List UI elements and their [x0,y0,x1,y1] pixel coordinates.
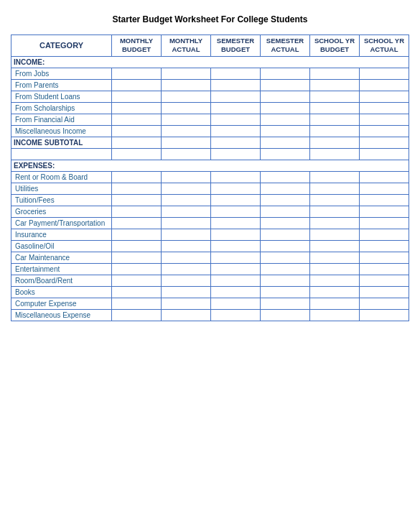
data-cell[interactable] [211,298,261,309]
data-cell[interactable] [310,206,360,217]
data-cell[interactable] [261,125,310,137]
data-cell[interactable] [211,217,261,229]
data-cell[interactable] [162,240,211,252]
data-cell[interactable] [162,309,211,321]
data-cell[interactable] [112,171,162,183]
data-cell[interactable] [360,309,409,321]
data-cell[interactable] [310,102,360,114]
data-cell[interactable] [360,286,409,298]
data-cell[interactable] [112,68,162,79]
data-cell[interactable] [261,91,310,102]
data-cell[interactable] [310,229,360,240]
data-cell[interactable] [112,252,162,263]
data-cell[interactable] [211,286,261,298]
data-cell[interactable] [261,252,310,263]
data-cell[interactable] [112,217,162,229]
data-cell[interactable] [310,217,360,229]
data-cell[interactable] [310,114,360,125]
data-cell[interactable] [360,252,409,263]
data-cell[interactable] [112,275,162,286]
data-cell[interactable] [211,194,261,206]
data-cell[interactable] [162,183,211,194]
data-cell[interactable] [112,102,162,114]
data-cell[interactable] [261,309,310,321]
data-cell[interactable] [211,79,261,91]
data-cell[interactable] [162,91,211,102]
data-cell[interactable] [360,68,409,79]
data-cell[interactable] [310,125,360,137]
data-cell[interactable] [162,125,211,137]
data-cell[interactable] [112,298,162,309]
data-cell[interactable] [211,263,261,275]
data-cell[interactable] [310,68,360,79]
data-cell[interactable] [211,183,261,194]
data-cell[interactable] [261,240,310,252]
data-cell[interactable] [310,194,360,206]
data-cell[interactable] [310,240,360,252]
data-cell[interactable] [162,263,211,275]
data-cell[interactable] [360,114,409,125]
data-cell[interactable] [360,275,409,286]
data-cell[interactable] [211,102,261,114]
data-cell[interactable] [261,79,310,91]
data-cell[interactable] [261,298,310,309]
data-cell[interactable] [162,298,211,309]
data-cell[interactable] [162,171,211,183]
data-cell[interactable] [360,229,409,240]
data-cell[interactable] [310,171,360,183]
data-cell[interactable] [261,171,310,183]
data-cell[interactable] [112,263,162,275]
data-cell[interactable] [162,217,211,229]
data-cell[interactable] [162,206,211,217]
data-cell[interactable] [112,183,162,194]
data-cell[interactable] [112,229,162,240]
data-cell[interactable] [261,114,310,125]
data-cell[interactable] [360,183,409,194]
data-cell[interactable] [112,91,162,102]
data-cell[interactable] [261,286,310,298]
data-cell[interactable] [211,125,261,137]
data-cell[interactable] [261,217,310,229]
data-cell[interactable] [310,183,360,194]
data-cell[interactable] [261,68,310,79]
data-cell[interactable] [211,309,261,321]
data-cell[interactable] [211,275,261,286]
data-cell[interactable] [360,91,409,102]
data-cell[interactable] [112,240,162,252]
data-cell[interactable] [162,275,211,286]
data-cell[interactable] [112,194,162,206]
data-cell[interactable] [360,240,409,252]
data-cell[interactable] [162,286,211,298]
data-cell[interactable] [261,206,310,217]
data-cell[interactable] [360,217,409,229]
data-cell[interactable] [162,114,211,125]
data-cell[interactable] [261,229,310,240]
data-cell[interactable] [310,298,360,309]
data-cell[interactable] [112,79,162,91]
data-cell[interactable] [261,194,310,206]
data-cell[interactable] [310,91,360,102]
data-cell[interactable] [360,263,409,275]
data-cell[interactable] [310,263,360,275]
data-cell[interactable] [360,194,409,206]
data-cell[interactable] [162,252,211,263]
data-cell[interactable] [211,229,261,240]
data-cell[interactable] [112,114,162,125]
data-cell[interactable] [112,286,162,298]
data-cell[interactable] [360,79,409,91]
data-cell[interactable] [310,79,360,91]
data-cell[interactable] [162,194,211,206]
data-cell[interactable] [261,263,310,275]
data-cell[interactable] [211,252,261,263]
data-cell[interactable] [310,286,360,298]
data-cell[interactable] [162,79,211,91]
data-cell[interactable] [211,171,261,183]
data-cell[interactable] [112,206,162,217]
data-cell[interactable] [162,68,211,79]
data-cell[interactable] [162,102,211,114]
data-cell[interactable] [211,91,261,102]
data-cell[interactable] [211,240,261,252]
data-cell[interactable] [112,309,162,321]
data-cell[interactable] [261,275,310,286]
data-cell[interactable] [360,298,409,309]
